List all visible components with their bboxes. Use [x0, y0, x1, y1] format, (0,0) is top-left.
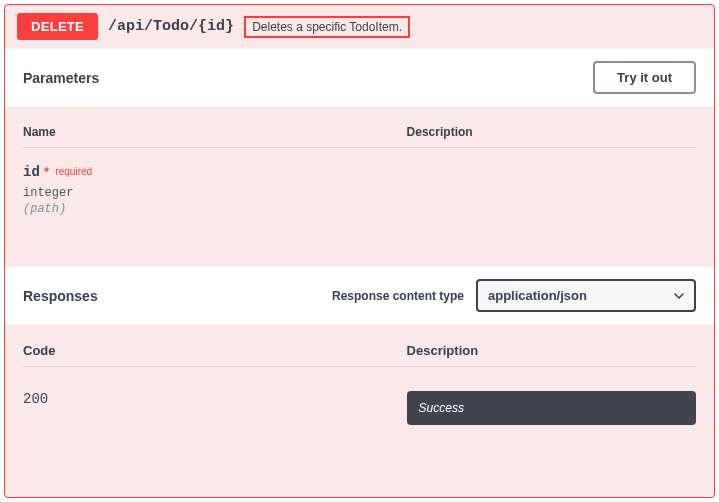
required-star-icon: * — [44, 165, 49, 179]
divider — [23, 366, 696, 367]
response-content-type-label: Response content type — [332, 289, 464, 303]
divider — [23, 147, 696, 148]
operation-header[interactable]: DELETE /api/Todo/{id} Deletes a specific… — [5, 5, 714, 48]
endpoint-path: /api/Todo/{id} — [108, 18, 234, 35]
content-type-selected-value: application/json — [488, 288, 587, 303]
column-description-header-2: Description — [407, 343, 696, 358]
response-row: 200 Success — [5, 381, 714, 443]
http-method-badge: DELETE — [17, 13, 98, 40]
parameters-columns-header: Name Description — [5, 107, 714, 147]
column-code-header: Code — [23, 343, 407, 358]
response-code: 200 — [23, 391, 407, 407]
api-operation-panel: DELETE /api/Todo/{id} Deletes a specific… — [4, 4, 715, 498]
parameters-section-header: Parameters Try it out — [5, 48, 714, 107]
parameters-title: Parameters — [23, 70, 99, 86]
column-description-header: Description — [407, 125, 696, 139]
parameter-type: integer — [23, 186, 696, 200]
response-description: Success — [407, 391, 696, 425]
column-name-header: Name — [23, 125, 407, 139]
parameter-row: id * required integer (path) — [5, 162, 714, 266]
required-label: required — [55, 166, 92, 177]
try-it-out-button[interactable]: Try it out — [593, 61, 696, 94]
content-type-select[interactable]: application/json — [476, 279, 696, 312]
responses-section-header: Responses Response content type applicat… — [5, 266, 714, 325]
responses-columns-header: Code Description — [5, 325, 714, 366]
parameter-location: (path) — [23, 202, 696, 216]
chevron-down-icon — [674, 291, 684, 301]
parameter-name: id — [23, 164, 40, 180]
responses-title: Responses — [23, 288, 98, 304]
operation-summary: Deletes a specific TodoItem. — [244, 16, 410, 38]
